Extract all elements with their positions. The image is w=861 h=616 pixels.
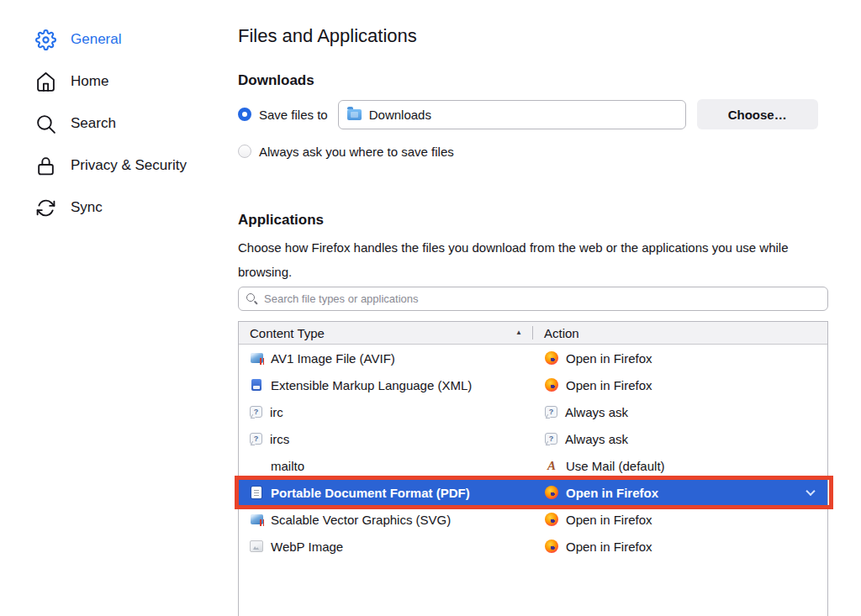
firefox-icon <box>545 378 558 392</box>
search-input[interactable] <box>238 287 828 311</box>
column-header-content-type[interactable]: Content Type ▲ <box>239 326 532 340</box>
content-type-label: mailto <box>271 459 304 473</box>
sidebar-item-general[interactable]: General <box>0 18 238 61</box>
content-type-column-label: Content Type <box>250 326 325 340</box>
table-row[interactable]: Portable Document Format (PDF) Open in F… <box>239 479 827 506</box>
action-label: Open in Firefox <box>566 486 658 500</box>
sidebar-item-label: Sync <box>71 199 103 216</box>
download-path-value: Downloads <box>369 108 431 122</box>
table-row[interactable]: irc Always ask <box>239 398 827 425</box>
sidebar-item-label: Privacy & Security <box>71 157 187 174</box>
sidebar-item-home[interactable]: Home <box>0 61 238 103</box>
action-column-label: Action <box>544 326 579 340</box>
table-row[interactable]: WebP Image Open in Firefox <box>239 533 827 560</box>
sidebar-item-privacy-security[interactable]: Privacy & Security <box>0 145 238 187</box>
action-cell[interactable]: Open in Firefox <box>533 479 827 506</box>
content-type-cell: Portable Document Format (PDF) <box>239 486 533 500</box>
content-type-label: Portable Document Format (PDF) <box>271 486 470 500</box>
action-cell[interactable]: Open in Firefox <box>533 371 827 398</box>
lock-icon <box>35 155 56 176</box>
content-type-label: ircs <box>270 432 289 446</box>
content-type-cell: AV1 Image File (AVIF) <box>239 351 533 366</box>
settings-sidebar: General Home Search Privacy & Security S… <box>0 0 238 616</box>
content-type-cell: irc <box>239 405 533 419</box>
xml-file-icon <box>250 378 263 392</box>
applications-table-body: AV1 Image File (AVIF) Open in Firefox Ex… <box>239 345 827 560</box>
image-file-icon <box>250 513 263 526</box>
pdf-file-icon <box>250 486 263 499</box>
always-ask-radio[interactable] <box>238 145 251 158</box>
action-cell[interactable]: Open in Firefox <box>533 533 827 560</box>
content-type-cell: WebP Image <box>239 540 533 554</box>
save-files-to-radio[interactable] <box>238 108 251 121</box>
applications-heading: Applications <box>238 212 828 229</box>
applications-search <box>238 287 828 311</box>
sidebar-item-label: Search <box>71 115 116 132</box>
content-type-label: AV1 Image File (AVIF) <box>271 351 395 366</box>
action-cell[interactable]: Open in Firefox <box>533 345 827 371</box>
action-cell[interactable]: Open in Firefox <box>533 506 827 533</box>
action-label: Open in Firefox <box>566 378 652 392</box>
content-type-cell: mailto <box>239 459 533 473</box>
content-type-cell: Scalable Vector Graphics (SVG) <box>239 513 533 527</box>
download-path-field[interactable]: Downloads <box>338 100 686 129</box>
sidebar-item-label: General <box>71 31 121 48</box>
question-bubble-icon <box>250 406 262 418</box>
table-row[interactable]: AV1 Image File (AVIF) Open in Firefox <box>239 345 827 371</box>
applications-table-header: Content Type ▲ Action <box>239 322 827 345</box>
action-label: Open in Firefox <box>566 351 652 366</box>
applications-description: Choose how Firefox handles the files you… <box>238 235 828 284</box>
question-bubble-icon <box>545 406 557 418</box>
settings-page: General Home Search Privacy & Security S… <box>0 0 861 616</box>
webp-image-icon <box>250 540 263 553</box>
action-cell[interactable]: Always ask <box>533 425 827 452</box>
sort-ascending-icon: ▲ <box>515 329 522 336</box>
always-ask-row: Always ask you where to save files <box>238 143 828 160</box>
action-cell[interactable]: Always ask <box>533 398 827 425</box>
content-type-cell: Extensible Markup Language (XML) <box>239 378 533 392</box>
home-icon <box>35 71 56 92</box>
always-ask-label[interactable]: Always ask you where to save files <box>259 145 454 159</box>
action-label: Open in Firefox <box>566 513 652 527</box>
content-type-label: irc <box>270 405 283 419</box>
table-row[interactable]: Extensible Markup Language (XML) Open in… <box>239 371 827 398</box>
content-type-cell: ircs <box>239 432 533 446</box>
firefox-icon <box>545 351 558 365</box>
save-files-to-row: Save files to Downloads Choose… <box>238 99 828 129</box>
sidebar-item-search[interactable]: Search <box>0 103 238 145</box>
chevron-down-icon[interactable] <box>806 487 815 496</box>
page-title: Files and Applications <box>238 25 828 47</box>
question-bubble-icon <box>545 433 557 445</box>
content-type-label: Extensible Markup Language (XML) <box>271 378 472 392</box>
table-row[interactable]: ircs Always ask <box>239 425 827 452</box>
action-cell[interactable]: Use Mail (default) <box>533 452 827 479</box>
sidebar-item-label: Home <box>71 73 108 90</box>
content-type-label: WebP Image <box>271 540 343 554</box>
action-label: Always ask <box>565 405 628 419</box>
action-label: Always ask <box>565 432 628 446</box>
column-header-action[interactable]: Action <box>533 326 579 340</box>
sidebar-item-sync[interactable]: Sync <box>0 187 238 229</box>
sync-icon <box>35 197 56 218</box>
question-bubble-icon <box>250 433 262 445</box>
action-label: Open in Firefox <box>566 540 652 554</box>
firefox-icon <box>545 486 558 499</box>
table-row[interactable]: Scalable Vector Graphics (SVG) Open in F… <box>239 506 827 533</box>
search-icon <box>35 113 56 134</box>
choose-button[interactable]: Choose… <box>697 99 818 129</box>
gear-icon <box>35 29 56 50</box>
action-label: Use Mail (default) <box>566 459 665 473</box>
settings-main-panel: Files and Applications Downloads Save fi… <box>238 0 828 616</box>
image-file-icon <box>250 351 263 365</box>
search-icon <box>246 293 257 304</box>
downloads-heading: Downloads <box>238 72 828 89</box>
firefox-icon <box>545 540 558 553</box>
content-type-label: Scalable Vector Graphics (SVG) <box>271 513 451 527</box>
folder-icon <box>347 109 362 120</box>
applications-table: Content Type ▲ Action AV1 Image File (AV… <box>238 321 828 616</box>
firefox-icon <box>545 513 558 526</box>
mail-app-icon <box>545 459 558 472</box>
save-files-to-label[interactable]: Save files to <box>259 108 328 122</box>
table-row[interactable]: mailto Use Mail (default) <box>239 452 827 479</box>
